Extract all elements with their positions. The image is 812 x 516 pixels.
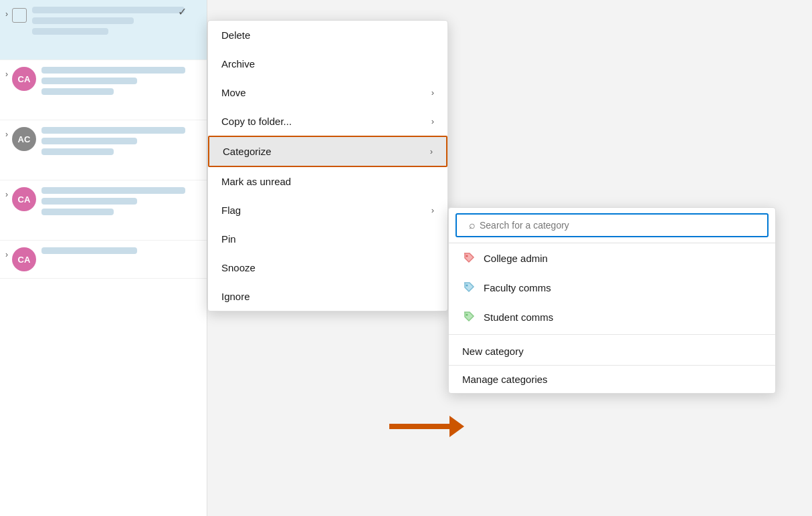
menu-item-copy[interactable]: Copy to folder... › (208, 107, 447, 136)
chevron-copy: › (431, 116, 434, 126)
email-content-4 (41, 187, 201, 219)
menu-label-mark-unread: Mark as unread (221, 176, 291, 187)
blur-sender-3 (41, 127, 185, 134)
email-content-2 (41, 67, 201, 99)
checkbox-1[interactable] (12, 8, 27, 23)
svg-point-2 (466, 314, 468, 316)
svg-point-0 (466, 255, 468, 257)
blur-sender-2 (41, 67, 185, 74)
blur-subject-2 (41, 78, 137, 84)
menu-item-ignore[interactable]: Ignore (208, 282, 447, 311)
menu-item-mark-unread[interactable]: Mark as unread (208, 167, 447, 196)
avatar-4: CA (12, 187, 36, 211)
email-content-1 (32, 7, 201, 39)
chevron-move: › (431, 88, 434, 98)
email-content-3 (41, 127, 201, 159)
category-faculty-comms[interactable]: Faculty comms (449, 273, 775, 302)
blur-preview-3 (41, 148, 114, 155)
menu-label-snooze: Snooze (221, 262, 256, 273)
blur-preview-4 (41, 209, 114, 215)
menu-label-archive: Archive (221, 58, 255, 70)
category-label-faculty-comms: Faculty comms (484, 282, 551, 293)
blur-subject-3 (41, 138, 137, 144)
blur-sender-5 (41, 247, 137, 254)
blur-preview-2 (41, 88, 114, 95)
category-search-input[interactable] (455, 213, 769, 237)
menu-item-move[interactable]: Move › (208, 78, 447, 107)
email-item-3[interactable]: › AC (0, 120, 207, 180)
email-content-5 (41, 247, 201, 258)
category-college-admin[interactable]: College admin (449, 243, 775, 273)
category-label-student-comms: Student comms (484, 311, 553, 323)
menu-label-move: Move (221, 87, 246, 98)
menu-label-flag: Flag (221, 205, 241, 216)
arrow-head (449, 416, 464, 437)
menu-label-copy: Copy to folder... (221, 116, 292, 127)
expand-arrow-4[interactable]: › (5, 190, 8, 199)
context-menu: Delete Archive Move › Copy to folder... … (207, 20, 448, 311)
menu-item-delete[interactable]: Delete (208, 21, 447, 49)
avatar-5: CA (12, 247, 36, 271)
orange-arrow (389, 416, 464, 437)
chevron-categorize: › (430, 146, 433, 156)
tag-icon-college-admin (462, 251, 476, 265)
checkmark-1: ✓ (178, 5, 187, 18)
submenu-divider (449, 334, 775, 335)
expand-arrow-3[interactable]: › (5, 130, 8, 139)
email-item-1[interactable]: › ✓ (0, 0, 207, 60)
blur-sender-4 (41, 187, 185, 194)
email-item-4[interactable]: › CA (0, 180, 207, 241)
menu-item-snooze[interactable]: Snooze (208, 253, 447, 282)
menu-label-ignore: Ignore (221, 291, 250, 302)
menu-item-archive[interactable]: Archive (208, 49, 447, 78)
svg-point-1 (466, 285, 468, 287)
arrow-shaft (389, 424, 449, 429)
manage-categories-label: Manage categories (462, 374, 548, 385)
chevron-flag: › (431, 205, 434, 215)
avatar-2: CA (12, 67, 36, 91)
submenu-search-container (449, 208, 775, 243)
email-item-5[interactable]: › CA (0, 241, 207, 279)
manage-categories-item[interactable]: Manage categories (449, 365, 775, 393)
email-list: › ✓ › CA › AC › CA (0, 0, 207, 516)
search-icon-wrap (455, 213, 769, 237)
expand-arrow-1[interactable]: › (5, 9, 8, 19)
category-student-comms[interactable]: Student comms (449, 302, 775, 332)
menu-item-flag[interactable]: Flag › (208, 196, 447, 225)
blur-subject-1 (32, 17, 134, 24)
blur-preview-1 (32, 28, 108, 35)
tag-icon-faculty-comms (462, 281, 476, 294)
blur-subject-4 (41, 198, 137, 205)
menu-label-delete: Delete (221, 29, 250, 41)
categorize-submenu: College admin Faculty comms Student comm… (448, 207, 776, 394)
category-label-college-admin: College admin (484, 253, 548, 264)
tag-icon-student-comms (462, 310, 476, 324)
new-category-item[interactable]: New category (449, 338, 775, 365)
blur-sender-1 (32, 7, 185, 13)
menu-label-categorize: Categorize (223, 146, 272, 157)
new-category-label: New category (462, 346, 524, 357)
menu-item-pin[interactable]: Pin (208, 225, 447, 253)
avatar-3: AC (12, 127, 36, 151)
menu-label-pin: Pin (221, 233, 236, 245)
menu-item-categorize[interactable]: Categorize › (208, 136, 447, 167)
expand-arrow-2[interactable]: › (5, 70, 8, 79)
expand-arrow-5[interactable]: › (5, 250, 8, 259)
email-item-2[interactable]: › CA (0, 60, 207, 120)
